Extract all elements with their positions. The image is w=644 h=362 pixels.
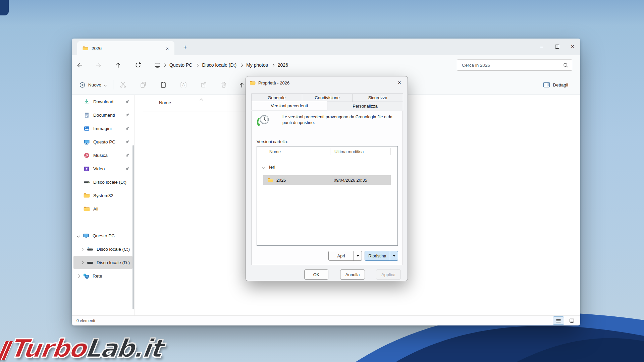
breadcrumb-item[interactable]: 2026 <box>275 61 291 69</box>
breadcrumb-item[interactable]: Disco locale (D:) <box>199 61 239 69</box>
group-ieri[interactable]: Ieri <box>261 165 275 170</box>
restore-split-button[interactable]: Ripristina <box>365 251 398 261</box>
watermark-turbo: Turbo <box>8 334 88 362</box>
minimize-button[interactable]: – <box>534 39 549 55</box>
sort-icon <box>239 81 246 88</box>
download-icon <box>84 99 90 105</box>
copy-button[interactable] <box>137 79 150 91</box>
network-icon <box>83 273 89 279</box>
sidebar-item-documenti[interactable]: Documenti <box>73 108 132 122</box>
sidebar-item-video[interactable]: Video <box>73 162 132 175</box>
column-nome[interactable]: Nome <box>269 149 281 154</box>
open-button-label[interactable]: Apri <box>329 251 354 260</box>
tab-close-icon[interactable]: × <box>164 45 171 52</box>
sidebar-tree-questo-pc[interactable]: Questo PC <box>73 229 132 242</box>
folder-icon <box>83 46 88 51</box>
dialog-close-button[interactable]: × <box>395 79 404 87</box>
sidebar-item-all[interactable]: All <box>73 202 132 216</box>
folder-versions-label: Versioni cartella: <box>257 139 288 144</box>
previous-versions-clock-icon <box>256 114 270 129</box>
restore-button-label[interactable]: Ripristina <box>365 251 390 260</box>
tab-sicurezza[interactable]: Sicurezza <box>352 93 403 102</box>
column-ultima-modifica[interactable]: Ultima modifica <box>334 149 364 154</box>
explorer-tab[interactable]: 2026 × <box>77 41 174 55</box>
desktop-icon[interactable] <box>152 62 163 68</box>
sidebar-item-download[interactable]: Download <box>73 95 132 108</box>
tab-versioni-precedenti[interactable]: Versioni precedenti <box>251 101 327 110</box>
new-plus-icon <box>79 82 86 88</box>
search-input[interactable] <box>461 62 563 68</box>
tab-bar: 2026 × + – × <box>72 39 580 55</box>
refresh-button[interactable] <box>133 60 144 70</box>
open-split-button[interactable]: Apri <box>328 251 362 261</box>
share-icon <box>200 81 207 88</box>
folder-icon <box>268 178 273 182</box>
restore-dropdown-arrow[interactable] <box>390 251 398 260</box>
column-divider[interactable] <box>390 148 391 155</box>
this-pc-icon <box>83 233 89 239</box>
paste-icon <box>160 81 167 88</box>
details-view-button[interactable]: Dettagli <box>540 79 572 91</box>
details-view-toggle[interactable] <box>553 316 564 325</box>
maximize-icon <box>555 45 559 49</box>
column-divider[interactable] <box>330 148 330 155</box>
column-header-nome[interactable]: Nome <box>143 95 254 112</box>
cut-button[interactable] <box>116 79 130 91</box>
rename-button[interactable]: A <box>177 79 190 91</box>
up-button[interactable] <box>113 60 123 70</box>
pin-icon <box>125 99 130 104</box>
search-box[interactable] <box>457 59 572 71</box>
sidebar-scrollbar[interactable] <box>132 145 134 309</box>
delete-button[interactable] <box>217 79 230 91</box>
sidebar-item-disco-d[interactable]: Disco locale (D:) <box>73 175 132 189</box>
trash-icon <box>220 81 227 88</box>
cancel-button[interactable]: Annulla <box>340 269 365 280</box>
triangle-down-icon <box>393 255 395 258</box>
chevron-down-icon[interactable] <box>261 166 266 168</box>
apply-button[interactable]: Applica <box>376 269 401 280</box>
breadcrumb-item[interactable]: My photos <box>243 61 271 69</box>
breadcrumb-separator <box>271 64 275 66</box>
refresh-icon <box>135 62 142 68</box>
sidebar-item-system32[interactable]: System32 <box>73 189 132 202</box>
open-dropdown-arrow[interactable] <box>354 251 362 260</box>
share-button[interactable] <box>197 79 210 91</box>
chevron-right-icon[interactable] <box>79 261 85 264</box>
breadcrumb-item[interactable]: Questo PC <box>166 61 195 69</box>
chevron-right-icon[interactable] <box>75 275 81 277</box>
sidebar-item-immagini[interactable]: Immagini <box>73 122 132 135</box>
ok-button[interactable]: OK <box>304 269 328 280</box>
dialog-title: Proprietà - 2026 <box>258 80 289 85</box>
breadcrumb: Questo PC Disco locale (D:) My photos 20… <box>152 60 291 70</box>
dialog-titlebar[interactable]: Proprietà - 2026 <box>246 76 408 89</box>
thumbnail-view-toggle[interactable] <box>566 316 578 325</box>
sidebar-item-musica[interactable]: Musica <box>73 148 132 162</box>
pin-icon <box>125 139 130 144</box>
chevron-right-icon[interactable] <box>79 248 85 250</box>
tab-personalizza[interactable]: Personalizza <box>327 102 403 110</box>
maximize-button[interactable] <box>549 39 565 55</box>
wallpaper-bloom-corner <box>0 0 9 15</box>
pin-icon <box>125 166 130 171</box>
sidebar-tree-disco-c[interactable]: Disco locale (C:) <box>73 242 132 256</box>
versions-listbox[interactable]: Nome Ultima modifica Ieri 2026 09/04/202… <box>257 146 398 246</box>
folder-icon <box>84 193 90 198</box>
breadcrumb-separator <box>163 64 166 66</box>
sidebar-tree-rete[interactable]: Rete <box>73 269 132 283</box>
music-icon <box>84 152 90 159</box>
sidebar-tree-disco-d[interactable]: Disco locale (D:) <box>73 256 132 269</box>
close-button[interactable]: × <box>565 39 580 55</box>
version-row-2026[interactable]: 2026 09/04/2026 20:35 <box>263 175 391 185</box>
paste-button[interactable] <box>157 79 170 91</box>
sidebar-item-questo-pc[interactable]: Questo PC <box>73 135 132 148</box>
drive-icon <box>84 179 90 185</box>
forward-button[interactable] <box>93 60 104 70</box>
new-button[interactable]: Nuovo <box>75 79 110 91</box>
new-tab-button[interactable]: + <box>180 43 190 52</box>
properties-dialog: Proprietà - 2026 × Generale Condivisione… <box>246 76 408 281</box>
back-button[interactable] <box>74 60 85 70</box>
forward-icon <box>95 62 102 69</box>
item-count: 0 elementi <box>76 318 95 323</box>
svg-text:A: A <box>182 83 185 86</box>
chevron-down-icon[interactable] <box>75 235 81 237</box>
